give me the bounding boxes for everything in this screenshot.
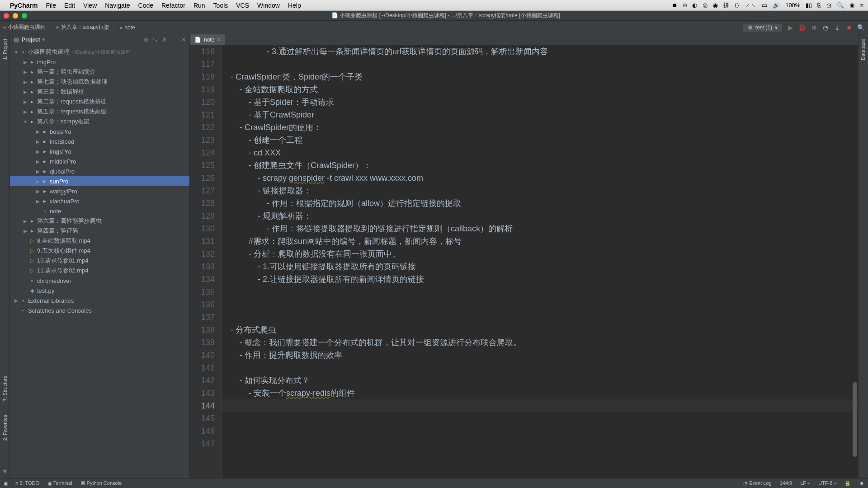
siri-icon[interactable]: ◉ <box>849 2 854 9</box>
close-tab-icon[interactable]: × <box>217 37 220 43</box>
chevron-down-icon[interactable]: ▾ <box>42 36 45 43</box>
tree-item[interactable]: ▶▸第六章：高性能异步爬虫 <box>10 216 189 226</box>
tree-item[interactable]: ◆test.py <box>10 286 189 296</box>
search-everywhere-button[interactable]: 🔍 <box>857 24 864 31</box>
battery-percent[interactable]: 100% <box>785 2 800 9</box>
hide-panel-icon[interactable]: — <box>171 37 177 43</box>
debug-button[interactable]: 🐞 <box>798 24 806 31</box>
tree-item[interactable]: ▶▸xiaohuaPro <box>10 196 189 206</box>
editor-gutter[interactable]: 1161171181191201211221231241251261271281… <box>190 45 222 478</box>
structure-tool-button[interactable]: 7: Structure <box>2 375 8 401</box>
minimize-window-button[interactable] <box>13 13 18 19</box>
menu-window[interactable]: Window <box>257 2 280 9</box>
stop-button[interactable]: ■ <box>845 24 853 31</box>
bluetooth-icon[interactable]: ⟨⟩ <box>735 2 739 9</box>
line-separator[interactable]: LF ÷ <box>800 480 810 486</box>
tree-item[interactable]: ▶▸第二章：requests模块基础 <box>10 97 189 107</box>
display-icon[interactable]: ▭ <box>762 2 767 9</box>
menu-help[interactable]: Help <box>288 2 301 9</box>
file-encoding[interactable]: UTF-8 ÷ <box>818 480 836 486</box>
attach-button[interactable]: ⤓ <box>834 24 841 31</box>
tree-item[interactable]: ▶▸第五章：requests模块高级 <box>10 107 189 117</box>
tree-item[interactable]: ▫chromedriver <box>10 276 189 286</box>
collapse-all-icon[interactable]: ⇆ <box>153 37 157 43</box>
breadcrumb-item[interactable]: ▸ 第八章：scrapy框架 <box>57 23 109 31</box>
close-window-button[interactable] <box>4 13 9 19</box>
tree-item[interactable]: ▶▸imgPro <box>10 57 189 67</box>
menu-file[interactable]: File <box>46 2 56 9</box>
clock-icon[interactable]: ◷ <box>826 2 831 9</box>
tree-item[interactable]: ▷11.请求传参02.mp4 <box>10 266 189 276</box>
screen-mirror-icon[interactable]: ⎚ <box>683 2 687 9</box>
tree-item[interactable]: ▶▸第一章：爬虫基础简介 <box>10 67 189 77</box>
run-configuration-selector[interactable]: ⚙ test (1) ▾ <box>743 23 782 32</box>
tree-item[interactable]: ▶▸firstBlood <box>10 136 189 146</box>
maximize-window-button[interactable] <box>22 13 27 19</box>
editor-content[interactable]: - 3.通过解析出每一条新闻详情页的url获取详情页的页面源码，解析出新闻内容-… <box>222 45 858 478</box>
tree-item[interactable]: ▶▸第四章：验证码 <box>10 226 189 236</box>
menu-edit[interactable]: Edit <box>64 2 75 9</box>
scroll-from-source-icon[interactable]: ⊕ <box>144 37 148 43</box>
settings-icon[interactable]: ⚙ <box>162 37 167 43</box>
menu-view[interactable]: View <box>83 2 97 9</box>
battery-icon[interactable]: ▮▯ <box>806 2 812 9</box>
menu-run[interactable]: Run <box>193 2 205 9</box>
do-not-disturb-icon[interactable]: ◐ <box>692 2 697 9</box>
wifi-icon[interactable]: ⟋⟍ <box>745 2 756 9</box>
tree-item[interactable]: ▶▸sunPro <box>10 176 189 186</box>
favorites-tool-button[interactable]: 2: Favorites <box>2 415 8 441</box>
breadcrumb[interactable]: ▸ 小猿圈爬虫课程〉▸ 第八章：scrapy框架〉▸ note <box>4 23 135 31</box>
tree-item[interactable]: ▶▸qiubaiPro <box>10 166 189 176</box>
tree-item[interactable]: ▶▪External Libraries <box>10 296 189 305</box>
event-log-button[interactable]: ◔ Event Log <box>743 480 772 486</box>
terminal-tool-button[interactable]: ▣ Terminal <box>47 480 72 486</box>
app-name[interactable]: PyCharm <box>10 2 38 9</box>
breadcrumb-item[interactable]: ▸ 小猿圈爬虫课程 <box>4 23 46 31</box>
tree-item[interactable]: ▼▸第八章：scrapy框架 <box>10 117 189 127</box>
tree-item[interactable]: ▷9.五大核心组件.mp4 <box>10 246 189 256</box>
run-button[interactable]: ▶ <box>787 24 794 31</box>
tree-item[interactable]: ▶▸bossPro <box>10 127 189 136</box>
run-with-coverage-button[interactable]: ⤭ <box>810 24 817 31</box>
editor-scrollbar[interactable] <box>852 59 857 474</box>
read-only-toggle-icon[interactable]: 🔒 <box>844 480 851 486</box>
media-icon[interactable]: ⎘ <box>817 2 821 9</box>
menu-code[interactable]: Code <box>138 2 153 9</box>
project-tree[interactable]: ▼▪小猿圈爬虫课程~/Desktop/小猿圈爬虫课程▶▸imgPro▶▸第一章：… <box>10 45 189 478</box>
menu-vcs[interactable]: VCS <box>236 2 249 9</box>
profile-button[interactable]: ◔ <box>822 24 829 31</box>
tree-item[interactable]: ▫note <box>10 206 189 216</box>
menu-tools[interactable]: Tools <box>213 2 228 9</box>
project-tool-button[interactable]: 1: Project <box>2 39 8 60</box>
tree-item[interactable]: ▼▪小猿圈爬虫课程~/Desktop/小猿圈爬虫课程 <box>10 47 189 57</box>
editor-tab-note[interactable]: 📄 note × <box>190 34 225 45</box>
inspections-icon[interactable]: ☻ <box>859 480 864 486</box>
code-editor[interactable]: 1161171181191201211221231241251261271281… <box>190 45 858 478</box>
tree-item[interactable]: ▷8.全站数据爬取.mp4 <box>10 236 189 246</box>
python-console-tool-button[interactable]: ⌘ Python Console <box>80 480 122 486</box>
breadcrumb-item[interactable]: ▸ note <box>120 24 135 31</box>
project-panel-title[interactable]: Project <box>22 37 40 43</box>
tool-window-toggle-icon[interactable]: ▣ <box>4 480 8 486</box>
tree-item[interactable]: ▶▸第三章：数据解析 <box>10 87 189 97</box>
tree-item[interactable]: ▶▸middlePro <box>10 156 189 166</box>
menu-refactor[interactable]: Refactor <box>161 2 185 9</box>
status-icon-2[interactable]: ◉ <box>713 2 718 9</box>
tree-item[interactable]: ▶▸imgsPro <box>10 146 189 156</box>
spotlight-icon[interactable]: 🔍 <box>837 2 844 9</box>
tree-item[interactable]: ▶▸第七章：动态加载数据处理 <box>10 77 189 87</box>
status-icon[interactable]: ◎ <box>703 2 708 9</box>
database-tool-button[interactable]: Database <box>860 39 866 60</box>
star-icon[interactable]: ★ <box>2 468 8 474</box>
input-method-icon[interactable]: 拼 <box>723 1 729 9</box>
menu-navigate[interactable]: Navigate <box>105 2 130 9</box>
tree-item[interactable]: ▷10.请求传参01.mp4 <box>10 256 189 266</box>
todo-tool-button[interactable]: ≡ 6: TODO <box>15 480 39 486</box>
tree-item[interactable]: ▫Scratches and Consoles <box>10 305 189 315</box>
notification-icon[interactable]: ≡ <box>860 2 863 9</box>
cursor-position[interactable]: 144:9 <box>780 480 793 486</box>
tree-item[interactable]: ▶▸wangyiPro <box>10 186 189 196</box>
screencast-icon[interactable]: ⏺ <box>672 2 678 9</box>
close-panel-icon[interactable]: ✕ <box>181 37 186 43</box>
volume-icon[interactable]: 🔊 <box>773 2 780 9</box>
